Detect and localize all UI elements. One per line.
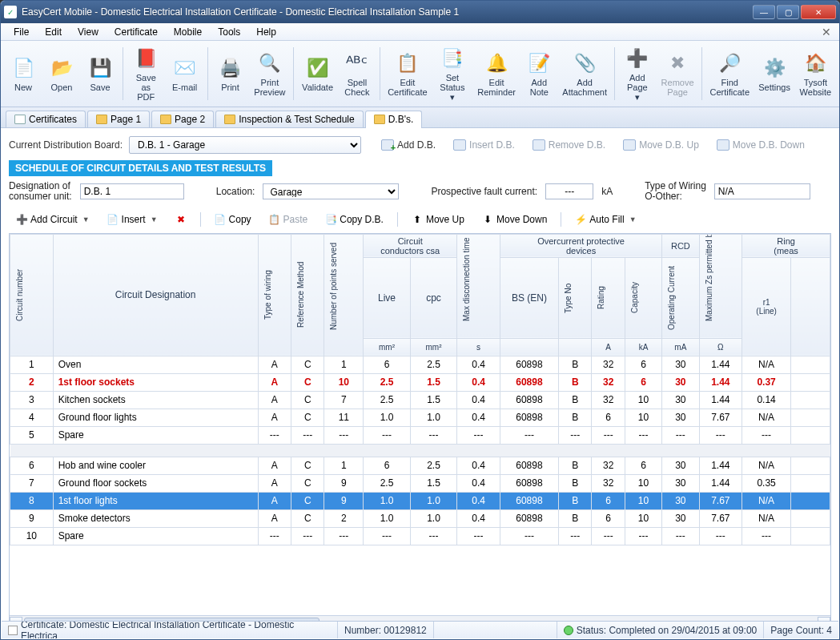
table-row[interactable]: 9Smoke detectorsAC21.01.00.460898B610307… [10, 509, 830, 527]
settings-button-label: Settings [758, 83, 790, 92]
add-note-button[interactable]: 📝Add Note [521, 44, 557, 103]
paste-button: 📋Paste [262, 211, 316, 228]
table-row[interactable]: 81st floor lightsAC91.01.00.460898B61030… [10, 492, 830, 509]
find-certificate-button[interactable]: 🔎Find Certificate [707, 44, 752, 103]
close-document-button[interactable]: ✕ [818, 26, 834, 38]
edit-certificate-button[interactable]: 📋Edit Certificate [385, 44, 430, 103]
tab-page-2[interactable]: Page 2 [151, 111, 214, 127]
pfc-unit: kA [601, 186, 613, 197]
tysoft-website-button[interactable]: 🏠Tysoft Website [797, 44, 834, 103]
table-row[interactable]: 6Hob and wine coolerAC162.50.460898B3263… [10, 457, 830, 474]
tab-certificates[interactable]: Certificates [6, 111, 86, 127]
add-circuit-icon: ➕ [16, 214, 27, 225]
document-tabs: CertificatesPage 1Page 2Inspection & Tes… [1, 107, 839, 128]
table-row[interactable]: 7Ground floor socketsAC92.51.50.460898B3… [10, 474, 830, 492]
edit-reminder-button-label: Edit Reminder [477, 78, 516, 97]
status-ok-icon [564, 626, 573, 635]
delete-circuit-button[interactable]: ✖ [168, 211, 194, 228]
add-db-button[interactable]: Add D.B. [374, 137, 443, 153]
copy-db-button[interactable]: 📑Copy D.B. [318, 211, 391, 228]
move-down-icon: ⬇ [482, 214, 493, 225]
current-db-select[interactable]: D.B. 1 - Garage [129, 136, 361, 154]
email-button[interactable]: ✉️E-mail [167, 44, 203, 103]
add-attachment-button[interactable]: 📎Add Attachment [560, 44, 609, 103]
folder-icon [160, 115, 171, 124]
print-button-label: Print [221, 83, 239, 92]
validate-button-label: Validate [302, 83, 333, 92]
validate-button[interactable]: ✅Validate [299, 44, 336, 103]
table-row[interactable]: 1OvenAC162.50.460898B326301.44N/A [10, 356, 830, 373]
print-preview-button-label: Print Preview [254, 78, 285, 97]
tab-page-1[interactable]: Page 1 [87, 111, 150, 127]
save-pdf-button[interactable]: 📕Save as PDF [128, 44, 164, 103]
find-certificate-icon: 🔎 [717, 50, 742, 76]
add-page-button-label: Add Page ▾ [625, 73, 650, 102]
move-up-button[interactable]: ⬆Move Up [404, 211, 472, 228]
location-label: Location: [216, 187, 255, 197]
menu-file[interactable]: File [6, 25, 37, 39]
db-icon [381, 139, 394, 151]
table-row[interactable]: 4Ground floor lightsAC111.01.00.460898B6… [10, 409, 830, 426]
move-up-icon: ⬆ [412, 214, 423, 225]
db-icon [717, 139, 729, 151]
tysoft-website-button-label: Tysoft Website [800, 78, 832, 97]
paste-icon: 📋 [269, 214, 280, 225]
save-pdf-button-label: Save as PDF [133, 73, 159, 102]
settings-button[interactable]: ⚙️Settings [755, 44, 793, 103]
copy-button[interactable]: 📄Copy [207, 211, 259, 228]
pfc-input[interactable] [545, 183, 593, 199]
save-button[interactable]: 💾Save [82, 44, 118, 103]
tab-inspection-test-schedule[interactable]: Inspection & Test Schedule [215, 111, 364, 127]
menu-mobile[interactable]: Mobile [166, 25, 210, 39]
wiring-input[interactable] [714, 183, 810, 199]
auto-fill-icon: ⚡ [575, 214, 586, 225]
certificate-icon [8, 626, 18, 635]
minimize-button[interactable]: — [753, 5, 775, 19]
wiring-label: Type of Wiring O-Other: [645, 181, 706, 202]
db-icon [623, 139, 636, 151]
db-toolbar: Current Distribution Board: D.B. 1 - Gar… [9, 133, 831, 160]
new-button[interactable]: 📄New [6, 44, 41, 103]
insert-circuit-button[interactable]: 📄Insert▼ [100, 211, 165, 228]
table-row[interactable]: 10Spare---------------------------------… [10, 527, 830, 545]
move-db-up-button: Move D.B. Up [616, 137, 706, 153]
add-page-button[interactable]: ➕Add Page ▾ [620, 44, 655, 103]
save-button-label: Save [90, 83, 110, 92]
auto-fill-button[interactable]: ⚡Auto Fill▼ [568, 211, 643, 228]
open-icon: 📂 [49, 55, 74, 81]
move-down-button[interactable]: ⬇Move Down [475, 211, 554, 228]
menu-help[interactable]: Help [248, 25, 284, 39]
settings-icon: ⚙️ [762, 55, 787, 81]
remove-page-button-label: Remove Page [661, 78, 694, 97]
print-button[interactable]: 🖨️Print [212, 44, 247, 103]
print-preview-button[interactable]: 🔍Print Preview [251, 44, 288, 103]
table-row[interactable]: 3Kitchen socketsAC72.51.50.460898B321030… [10, 391, 830, 409]
open-button[interactable]: 📂Open [44, 44, 79, 103]
location-select[interactable]: Garage [263, 183, 399, 199]
add-circuit-button[interactable]: ➕Add Circuit▼ [9, 211, 97, 228]
menu-tools[interactable]: Tools [210, 25, 248, 39]
remove-db-button: Remove D.B. [525, 137, 613, 153]
menu-view[interactable]: View [70, 25, 107, 39]
menu-certificate[interactable]: Certificate [107, 25, 166, 39]
edit-reminder-button[interactable]: 🔔Edit Reminder [475, 44, 519, 103]
spellcheck-button[interactable]: ᴬᴮᶜSpell Check [340, 44, 375, 103]
set-status-button[interactable]: 📑Set Status ▾ [433, 44, 472, 103]
close-button[interactable]: ✕ [801, 5, 836, 19]
find-certificate-button-label: Find Certificate [710, 78, 750, 97]
edit-reminder-icon: 🔔 [484, 50, 509, 76]
maximize-button[interactable]: ▢ [777, 5, 799, 19]
copy-icon: 📄 [215, 214, 226, 225]
menu-edit[interactable]: Edit [37, 25, 70, 39]
table-row[interactable]: 21st floor socketsAC102.51.50.460898B326… [10, 373, 830, 391]
table-row-blank [10, 444, 830, 457]
status-status: Status: Completed on 29/04/2015 at 09:00 [577, 625, 758, 636]
add-note-icon: 📝 [526, 50, 552, 76]
circuit-table[interactable]: Circuit numberCircuit DesignationType of… [10, 234, 830, 545]
designation-input[interactable] [80, 183, 184, 199]
new-button-label: New [14, 83, 32, 92]
tab-d-b-s-[interactable]: D.B's. [365, 111, 423, 128]
title-bar: ✓ EasyCert Mobile - Domestic Electrical … [1, 1, 839, 23]
folder-icon [14, 115, 26, 124]
table-row[interactable]: 5Spare----------------------------------… [10, 426, 830, 444]
